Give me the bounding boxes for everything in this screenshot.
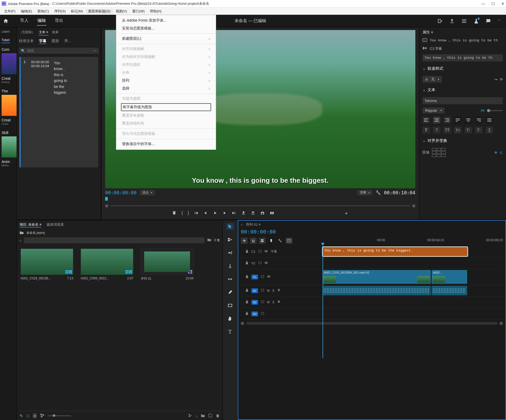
program-tc-in[interactable]: 00:00:00:00 — [105, 190, 137, 195]
sec-text[interactable]: ⌄文本 — [422, 86, 503, 94]
filter-icon[interactable] — [207, 238, 211, 243]
learn-thumb[interactable] — [2, 95, 17, 116]
bin-item[interactable]: ▦ 序列 0110:04 — [141, 249, 193, 281]
lock-icon[interactable] — [245, 249, 249, 254]
home-icon[interactable] — [3, 18, 9, 24]
dd-install-mogrt[interactable]: 安装动态图形模板... — [116, 24, 216, 32]
go-out-button[interactable] — [232, 211, 236, 216]
faux-bold-icon[interactable]: T — [422, 127, 430, 134]
menu-window[interactable]: 窗口(W) — [130, 9, 147, 14]
dd-arrange[interactable]: 排列 — [116, 77, 216, 85]
slip-tool[interactable] — [226, 276, 234, 282]
close-button[interactable]: ✕ — [501, 2, 504, 6]
eye-icon[interactable] — [264, 261, 268, 265]
menu-view[interactable]: 视图(V) — [113, 9, 130, 14]
tab-effects[interactable]: 效果 — [52, 29, 59, 36]
timeline-ruler[interactable]: :00:00 00:00:04:23 00:00:09:23 — [295, 238, 503, 242]
mute-button[interactable]: M — [267, 300, 270, 304]
timeline-zoom-bar[interactable] — [241, 320, 503, 327]
quick-export-icon[interactable] — [437, 18, 443, 24]
bin-icon[interactable] — [20, 231, 24, 235]
smallcaps-icon[interactable]: Tᴛ — [454, 127, 461, 134]
lock-icon[interactable] — [245, 275, 249, 279]
workspaces-icon[interactable] — [461, 18, 467, 24]
step-forward-button[interactable] — [222, 211, 227, 216]
sequence-thumbnail[interactable]: ▦ — [141, 249, 193, 275]
tab-noedit[interactable]: （无剪辑） — [18, 29, 35, 36]
caption-text[interactable]: You know , this is going to be the bigge… — [54, 60, 69, 164]
workspace-export[interactable]: 导出 — [54, 16, 64, 26]
faux-italic-icon[interactable]: T — [433, 127, 440, 134]
solo-button[interactable]: S — [272, 300, 274, 304]
audio-clip[interactable] — [432, 286, 467, 295]
tab-text[interactable]: 文本 ≡ — [38, 29, 48, 36]
go-in-button[interactable] — [194, 211, 198, 216]
track-id[interactable]: V1 — [251, 275, 258, 279]
video-clip[interactable]: A002... — [432, 270, 467, 284]
tutori-tab[interactable]: Tutori — [1, 37, 10, 43]
automate-icon[interactable] — [188, 413, 192, 418]
razor-tool[interactable] — [226, 263, 234, 269]
play-button[interactable] — [213, 211, 217, 216]
lock-icon[interactable] — [245, 312, 249, 316]
sync-style-icon[interactable]: ⟳ — [500, 77, 503, 81]
solo-button[interactable]: S — [272, 289, 274, 293]
project-search-input[interactable] — [24, 237, 205, 243]
new-bin-icon[interactable] — [201, 413, 205, 418]
subtab-graphics[interactable]: 图形 — [52, 39, 59, 44]
settings-icon[interactable]: 🔧 — [376, 190, 381, 195]
dd-new-layer[interactable]: 新建图层(L) — [116, 35, 216, 43]
hand-tool[interactable] — [226, 315, 234, 322]
dd-add-fonts[interactable]: 从 Adobe Fonts 添加字体... — [116, 17, 216, 24]
button-editor-icon[interactable]: ＋ — [344, 211, 348, 216]
beaker-icon[interactable] — [473, 18, 479, 24]
timeline-timecode[interactable]: 00:00:00:00 — [241, 227, 503, 238]
caption-search-input[interactable] — [27, 49, 91, 53]
dd-select[interactable]: 选择 — [116, 85, 216, 92]
linked-selection-icon[interactable] — [259, 238, 266, 244]
audio-clip[interactable] — [323, 286, 431, 295]
font-style-select[interactable]: Regular — [422, 107, 445, 113]
push-style-icon[interactable]: ↪ — [494, 77, 497, 81]
target-icon[interactable] — [261, 312, 264, 316]
learn-thumb[interactable] — [2, 136, 17, 157]
tab-media-browser[interactable]: 媒体浏览器 — [47, 222, 64, 228]
menu-help[interactable]: 帮助(H) — [147, 9, 164, 14]
eye-icon[interactable] — [264, 249, 268, 254]
workspace-import[interactable]: 导入 — [20, 16, 29, 26]
mark-in-button[interactable]: { — [181, 211, 183, 216]
video-clip[interactable]: A002_C018_0922BW_001.mp4 [V] — [323, 270, 431, 284]
target-icon[interactable] — [261, 288, 264, 293]
justify-last-right-icon[interactable] — [475, 117, 483, 123]
target-icon[interactable] — [258, 261, 262, 265]
subtab-captions[interactable]: 字幕 — [39, 39, 46, 44]
timeline-playhead[interactable] — [323, 245, 323, 358]
target-icon[interactable] — [261, 300, 264, 304]
comparison-button[interactable] — [270, 211, 274, 216]
program-ruler[interactable] — [105, 197, 415, 203]
font-size-value[interactable]: 48 — [481, 108, 484, 112]
lock-icon[interactable] — [245, 261, 249, 265]
menu-graphics[interactable]: 图形和标题(G) — [86, 9, 113, 14]
search-icon[interactable]: ⌕ — [20, 239, 21, 242]
subscript-icon[interactable]: TT — [475, 127, 483, 134]
export-frame-button[interactable] — [260, 211, 265, 216]
lock-icon[interactable] — [245, 300, 249, 304]
learn-thumb[interactable] — [2, 53, 17, 74]
size-slider[interactable] — [487, 110, 503, 111]
cc-toggle-icon[interactable]: CC — [286, 238, 293, 244]
menu-sequence[interactable]: 序列(S) — [52, 9, 68, 14]
menu-clip[interactable]: 剪辑(C) — [35, 9, 52, 14]
sequence-tab[interactable]: 序列 01 ≡ — [246, 222, 260, 227]
align-center-icon[interactable] — [433, 117, 440, 123]
snap-icon[interactable] — [250, 238, 257, 244]
chat-icon[interactable] — [485, 18, 491, 24]
menu-marker[interactable]: 标记(M) — [68, 9, 86, 14]
new-item-icon[interactable] — [208, 413, 212, 418]
marker-tool-icon[interactable] — [268, 238, 275, 244]
allcaps-icon[interactable]: TT — [444, 127, 451, 134]
dd-upgrade-caption[interactable]: 将字幕升级为图形 — [121, 103, 211, 111]
mark-out-button[interactable]: } — [188, 211, 189, 216]
bin-item[interactable]: ≡♪ A002_C009_0922...2:07 — [81, 249, 133, 281]
more-icon[interactable]: ⋯ — [498, 18, 503, 24]
